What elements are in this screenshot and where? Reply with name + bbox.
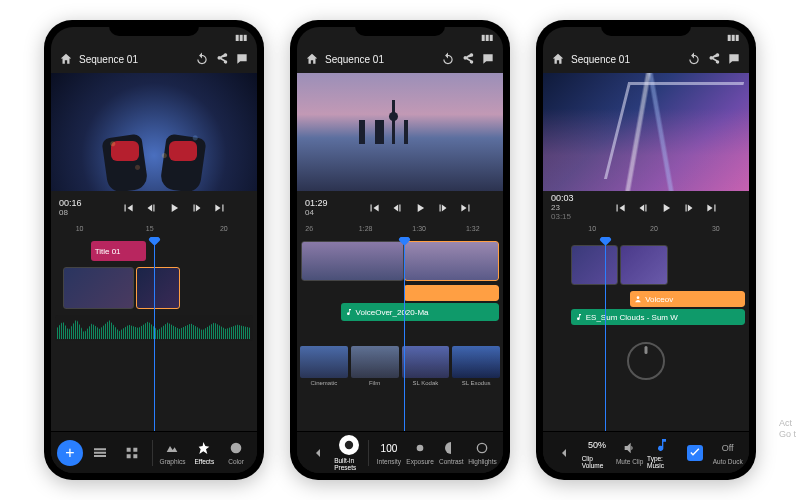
timeline-ruler[interactable]: 10 15 20 <box>51 225 257 237</box>
timecode: 01:2904 <box>305 199 339 218</box>
effects-tab[interactable]: Effects <box>189 440 219 465</box>
person-icon <box>634 295 642 303</box>
share-icon[interactable] <box>215 52 229 66</box>
home-icon[interactable] <box>59 52 73 66</box>
preset-sl-kodak[interactable]: SL Kodak <box>402 346 450 386</box>
title-bar: Sequence 01 <box>51 45 257 73</box>
timeline[interactable]: Voiceov ES_Sum Clouds - Sum W <box>543 237 749 431</box>
step-fwd-icon[interactable] <box>682 201 696 215</box>
timecode: 00:032303:15 <box>551 194 585 221</box>
bottom-toolbar: 50%Clip Volume Mute Clip Type: Music Off… <box>543 431 749 473</box>
undo-icon[interactable] <box>195 52 209 66</box>
intensity-value[interactable]: 100Intensity <box>374 440 403 465</box>
share-icon[interactable] <box>461 52 475 66</box>
timeline[interactable]: Title 01 <box>51 237 257 431</box>
watermark-text: ActGo t <box>779 418 796 440</box>
step-fwd-icon[interactable] <box>190 201 204 215</box>
home-icon[interactable] <box>551 52 565 66</box>
svg-point-3 <box>478 443 487 452</box>
clip-volume-button[interactable]: 50%Clip Volume <box>582 437 613 469</box>
play-icon[interactable] <box>167 201 181 215</box>
color-tab[interactable]: Color <box>221 440 251 465</box>
video-clip-1[interactable] <box>571 245 619 285</box>
type-music-button[interactable]: Type: Music <box>647 437 678 469</box>
play-icon[interactable] <box>659 201 673 215</box>
volume-knob-row <box>543 333 749 389</box>
preview-viewport[interactable] <box>51 73 257 191</box>
music-clip[interactable]: ES_Sum Clouds - Sum W <box>571 309 745 325</box>
home-icon[interactable] <box>305 52 319 66</box>
skip-end-icon[interactable] <box>459 201 473 215</box>
playhead[interactable] <box>605 237 606 431</box>
skip-start-icon[interactable] <box>121 201 135 215</box>
edit-panel-button[interactable] <box>117 445 147 461</box>
step-back-icon[interactable] <box>636 201 650 215</box>
svg-point-4 <box>637 296 640 299</box>
video-clip-1[interactable] <box>301 241 404 281</box>
play-icon[interactable] <box>413 201 427 215</box>
skip-end-icon[interactable] <box>705 201 719 215</box>
contrast-tab[interactable]: Contrast <box>437 440 466 465</box>
step-back-icon[interactable] <box>144 201 158 215</box>
undo-icon[interactable] <box>687 52 701 66</box>
preview-viewport[interactable] <box>543 73 749 191</box>
bottom-toolbar: + Graphics Effects Color <box>51 431 257 473</box>
back-button[interactable] <box>549 445 580 461</box>
sequence-title: Sequence 01 <box>571 54 630 65</box>
timecode: 00:1608 <box>59 199 93 218</box>
timeline[interactable]: VoiceOver_2020-Ma Cinematic Film SL Koda… <box>297 237 503 431</box>
sequence-title: Sequence 01 <box>325 54 384 65</box>
preset-sl-exodus[interactable]: SL Exodus <box>452 346 500 386</box>
preset-cinematic[interactable]: Cinematic <box>300 346 348 386</box>
playhead[interactable] <box>154 237 155 431</box>
playhead[interactable] <box>404 237 405 431</box>
volume-knob[interactable] <box>627 342 665 380</box>
comment-icon[interactable] <box>481 52 495 66</box>
skip-end-icon[interactable] <box>213 201 227 215</box>
skip-start-icon[interactable] <box>367 201 381 215</box>
phone-mock-2: ▮▮▮ Sequence 01 01:2904 26 1:28 1:30 1:3… <box>290 20 510 480</box>
audio-clip-orange[interactable] <box>404 285 499 301</box>
title-clip[interactable]: Title 01 <box>91 241 146 261</box>
timeline-ruler[interactable]: 26 1:28 1:30 1:32 <box>297 225 503 237</box>
svg-point-0 <box>231 443 242 454</box>
preset-strip: Cinematic Film SL Kodak SL Exodus <box>297 343 503 389</box>
back-button[interactable] <box>303 445 332 461</box>
video-clip-2[interactable] <box>136 267 180 309</box>
voiceover-clip[interactable]: Voiceov <box>630 291 745 307</box>
preset-film[interactable]: Film <box>351 346 399 386</box>
bottom-toolbar: Built-in Presets 100Intensity Exposure C… <box>297 431 503 473</box>
preview-viewport[interactable] <box>297 73 503 191</box>
music-note-icon <box>575 313 583 321</box>
project-panel-button[interactable] <box>85 445 115 461</box>
mute-clip-button[interactable]: Mute Clip <box>614 440 645 465</box>
off-toggle[interactable]: OffAuto Duck <box>712 440 743 465</box>
voiceover-clip[interactable]: VoiceOver_2020-Ma <box>341 303 499 321</box>
share-icon[interactable] <box>707 52 721 66</box>
builtin-presets-button[interactable]: Built-in Presets <box>334 435 363 471</box>
video-clip-2[interactable] <box>620 245 668 285</box>
comment-icon[interactable] <box>235 52 249 66</box>
phone-mock-3: ▮▮▮ Sequence 01 00:032303:15 10 20 30 <box>536 20 756 480</box>
skip-start-icon[interactable] <box>613 201 627 215</box>
phone-mock-1: ▮▮▮ Sequence 01 00:1608 10 15 20 Title 0… <box>44 20 264 480</box>
undo-icon[interactable] <box>441 52 455 66</box>
step-fwd-icon[interactable] <box>436 201 450 215</box>
graphics-tab[interactable]: Graphics <box>158 440 188 465</box>
svg-point-2 <box>417 445 424 452</box>
comment-icon[interactable] <box>727 52 741 66</box>
sequence-title: Sequence 01 <box>79 54 138 65</box>
add-button[interactable]: + <box>57 440 83 466</box>
video-clip-1[interactable] <box>63 267 134 309</box>
music-note-icon <box>345 308 353 316</box>
title-bar: Sequence 01 <box>543 45 749 73</box>
playback-row: 00:1608 <box>51 191 257 225</box>
title-bar: Sequence 01 <box>297 45 503 73</box>
timeline-ruler[interactable]: 10 20 30 <box>543 225 749 237</box>
svg-point-1 <box>345 440 353 448</box>
video-clip-2[interactable] <box>404 241 499 281</box>
step-back-icon[interactable] <box>390 201 404 215</box>
exposure-tab[interactable]: Exposure <box>406 440 435 465</box>
highlights-tab[interactable]: Highlights <box>468 440 497 465</box>
auto-volume-checkbox[interactable] <box>680 445 711 461</box>
